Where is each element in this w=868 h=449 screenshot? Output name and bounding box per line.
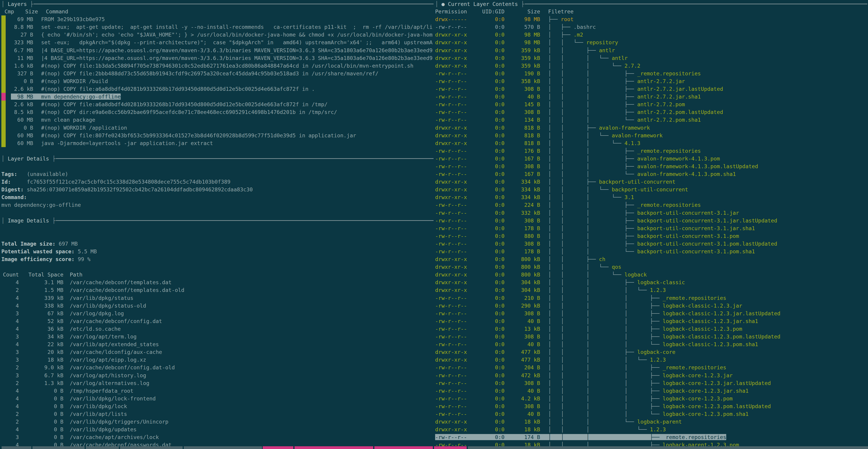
filetree-row[interactable]: drwxr-xr-x0:0477 kB│ │ │ ├── logback-cor… [435,348,868,356]
filetree-row[interactable]: drwxr-xr-x0:0334 kB│ │ │ └── backport-ut… [435,186,868,193]
layer-row[interactable]: 2.6 kB#(nop) COPY file:a6a8dbdf4d0281b93… [1,85,435,93]
layer-row[interactable]: 27 B{ echo '#/bin/sh'; echo 'echo "$JAVA… [1,31,435,38]
filetree-row[interactable]: drwxr-xr-x0:018 kB│ │ │ └── logback-pare… [435,418,868,426]
filetree-row[interactable]: -rw-r--r--0:040 B│ │ │ │ └── logback-cla… [435,340,868,348]
filetree-row[interactable]: -rw-r--r--0:0308 B│ │ │ │ ├── logback-co… [435,402,868,410]
status-bar-segment [294,446,373,449]
filetree-row[interactable]: drwxr-xr-x0:0304 kB│ │ │ ├── logback-cla… [435,278,868,286]
wasted-table-header: CountTotal SpacePath [1,271,435,278]
layer-row[interactable]: 60 MBjava -Djarmode=layertools -jar appl… [1,139,435,147]
filetree-row[interactable]: drwxr-xr-x0:0334 kB│ │ │ └── 3.1 [435,193,868,201]
filetree-row[interactable]: -rw-r--r--0:0178 B│ │ │ ├── backport-uti… [435,224,868,232]
file-name: antlr-2.7.2.pom [637,101,685,108]
wasted-file-row: 40 B/tmp/hsperfdata_root [1,387,435,395]
filetree-row[interactable]: -rw-r--r--0:040 B│ │ │ │ └── logback-cor… [435,410,868,418]
layers-panel: │ Layers ├ CmpSizeCommand 69 MBFROM 3e29… [0,0,435,449]
layer-indicator [1,23,6,31]
layer-row[interactable]: 8.5 kB#(nop) COPY dir:e9a6e8cc56b92bae69… [1,108,435,116]
layer-row[interactable]: 11 MB|4 BASE_URL=https://apache.osuosl.o… [1,54,435,62]
filetree-row[interactable]: -rw-r--r--0:0308 B│ │ │ ├── backport-uti… [435,240,868,248]
layer-row[interactable]: 327 B#(nop) COPY file:2bbb488dd73c55d658… [1,70,435,78]
filetree-row[interactable]: -rw-r--r--0:0308 B│ │ │ │ ├── logback-cl… [435,333,868,340]
file-name: logback-classic [637,279,685,285]
wasted-file-row: 452 kB/var/cache/debconf/config.dat [1,317,435,325]
filetree-row[interactable]: -rw-r--r--0:0308 B│ │ │ │ ├── logback-co… [435,379,868,387]
file-name: _remote.repositories [637,70,701,77]
wasted-file-row: 20 B/var/lib/apt/lists [1,410,435,418]
filetree-row[interactable]: -rw-r--r--0:0210 B│ │ │ │ ├── _remote.re… [435,294,868,302]
filetree-row[interactable]: -rw-r--r--0:0308 B│ │ │ ├── avalon-frame… [435,162,868,170]
filetree-row[interactable]: -rw-r--r--0:040 B│ │ │ ├── antlr-2.7.2.j… [435,93,868,100]
layer-row[interactable]: 2.6 kB#(nop) COPY file:a6a8dbdf4d0281b93… [1,100,435,108]
filetree-row[interactable]: drwxr-xr-x0:0359 kB│ │ │ └── antlr [435,54,868,62]
filetree-row[interactable]: -rw-r--r--0:0308 B│ │ │ ├── antlr-2.7.2.… [435,108,868,116]
tags-value: (unavailable) [27,171,68,177]
filetree-row[interactable]: drwxr-xr-x0:0818 B│ │ │ └── avalon-frame… [435,132,868,139]
filetree-row[interactable]: drwxr-xr-x0:0818 B│ │ │ └── 4.1.3 [435,139,868,147]
file-name: antlr [599,47,615,53]
layer-row[interactable]: 1.6 kB#(nop) COPY file:1b3da5c58894f705e… [1,62,435,70]
filetree-row[interactable]: drwxr-xr-x0:0818 B│ │ ├── avalon-framewo… [435,124,868,132]
filetree-row[interactable]: -rw-r--r--0:0224 B│ │ │ ├── _remote.repo… [435,201,868,209]
command-label: Command: [1,194,27,200]
filetree-row[interactable]: drwxr-xr-x0:098 MB│ │ └── repository [435,38,868,46]
filetree-row[interactable]: -rw-r--r--0:0176 B│ │ │ ├── _remote.repo… [435,147,868,155]
filetree-row[interactable]: drwxr-xr-x0:0304 kB│ │ │ │ └── 1.2.3 [435,286,868,294]
status-bar-segment [32,446,85,449]
wasted-file-row: 367 kB/var/log/dpkg.log [1,310,435,317]
file-name: avalon-framework-4.1.3.pom [637,155,720,161]
filetree-row[interactable]: -rw-r--r--0:0190 B│ │ │ ├── _remote.repo… [435,70,868,78]
filetree-row[interactable]: drwxr-xr-x0:018 kB│ │ │ └── 1.2.3 [435,426,868,433]
filetree-row[interactable]: drwxr-xr-x0:0477 kB│ │ │ │ └── 1.2.3 [435,356,868,364]
layer-row[interactable]: 60 MBmvn clean package [1,116,435,124]
filetree-row[interactable]: -rw-r--r--0:0308 B│ │ │ │ ├── logback-cl… [435,310,868,317]
layer-contents-title: Current Layer Contents [445,1,521,7]
filetree-row[interactable]: drwxr-xr-x0:098 MB│ ├── .m2 [435,31,868,38]
id-label: Id: [1,178,27,186]
layer-row[interactable]: 6.7 MB|4 BASE_URL=https://apache.osuosl.… [1,47,435,54]
filetree-row[interactable]: drwxr-xr-x0:0359 kB│ │ │ └── 2.7.2 [435,62,868,70]
file-name: logback-core-1.2.3.pom.lastUpdated [663,403,771,409]
filetree-row[interactable]: -rw-r--r--0:0308 B│ │ │ ├── backport-uti… [435,217,868,224]
filetree-row[interactable]: -rw-r--r--0:04.2 kB│ │ │ │ ├── logback-c… [435,395,868,402]
filetree-row[interactable]: -rw-r--r--0:0178 B│ │ │ └── backport-uti… [435,248,868,256]
filetree-row[interactable]: -rw-r--r--0:0358 kB│ │ │ ├── antlr-2.7.2… [435,78,868,85]
wasted-file-row: 334 kB/var/log/apt/term.log [1,333,435,340]
file-name: logback-core-1.2.3.jar [663,372,733,379]
layer-row[interactable]: 98 MBmvn dependency:go-offline [1,93,435,100]
filetree-row[interactable]: -rw-r--r--0:0570 B│ ├── .bashrc [435,23,868,31]
filetree-row[interactable]: -rw-r--r--0:0332 kB│ │ │ ├── backport-ut… [435,209,868,217]
layers-column-header: CmpSizeCommand [1,8,435,16]
filetree-row[interactable]: -rw-r--r--0:040 B│ │ │ │ ├── logback-cor… [435,387,868,395]
filetree-row[interactable]: drwxr-xr-x0:0800 kB│ │ │ └── logback [435,271,868,278]
digest-label: Digest: [1,186,27,193]
layer-row[interactable]: 0 B#(nop) WORKDIR /build [1,78,435,85]
filetree-row[interactable]: -rw-r--r--0:0167 B│ │ │ └── avalon-frame… [435,170,868,178]
filetree-row[interactable]: -rw-r--r--0:0472 kB│ │ │ │ ├── logback-c… [435,371,868,379]
filetree-row[interactable]: drwxr-xr-x0:0800 kB│ │ │ └── qos [435,263,868,271]
layer-row[interactable]: 8.8 MBset -eux; apt-get update; apt-get … [1,23,435,31]
border-vbar: │ [1,1,4,7]
filetree-row[interactable]: -rw-r--r--0:0204 B│ │ │ │ ├── _remote.re… [435,364,868,371]
file-name: logback-classic-1.2.3.jar.lastUpdated [663,310,780,317]
filetree-row[interactable]: drwxr-xr-x0:0800 kB│ │ ├── ch [435,256,868,263]
filetree-row[interactable]: drwxr-xr-x0:0359 kB│ │ ├── antlr [435,47,868,54]
filetree-row[interactable]: -rw-r--r--0:0308 B│ │ │ ├── antlr-2.7.2.… [435,85,868,93]
filetree-row[interactable]: drwx------0:098 MB├── root [435,16,868,23]
filetree-row[interactable]: drwxr-xr-x0:0334 kB│ │ ├── backport-util… [435,178,868,186]
filetree-row[interactable]: -rw-r--r--0:040 B│ │ │ │ ├── logback-cla… [435,317,868,325]
filetree-row[interactable]: -rw-r--r--0:013 kB│ │ │ │ ├── logback-cl… [435,325,868,333]
status-bar-segment [468,446,868,449]
layer-row[interactable]: 0 B#(nop) WORKDIR /application [1,124,435,132]
layer-row[interactable]: 323 MBset -eux; dpkgArch="$(dpkg --print… [1,38,435,46]
filetree-row[interactable]: -rw-r--r--0:0145 B│ │ │ ├── antlr-2.7.2.… [435,100,868,108]
layer-indicator [1,108,6,116]
filetree-row[interactable]: -rw-r--r--0:0290 kB│ │ │ │ ├── logback-c… [435,302,868,310]
filetree-row[interactable]: -rw-r--r--0:0880 B│ │ │ ├── backport-uti… [435,232,868,240]
layer-row[interactable]: 69 MBFROM 3e29b193cb0e975 [1,16,435,23]
filetree-row[interactable]: -rw-r--r--0:0134 B│ │ │ └── antlr-2.7.2.… [435,116,868,124]
filetree-row[interactable]: -rw-r--r--0:0167 B│ │ │ ├── avalon-frame… [435,155,868,162]
filetree-row-selected[interactable]: -rw-r--r--0:0174 B│ │ │ ├── _remote.repo… [435,433,868,441]
blank-row [1,224,435,232]
layer-row[interactable]: 60 MB#(nop) COPY file:807fe0243bf653c5b9… [1,132,435,139]
